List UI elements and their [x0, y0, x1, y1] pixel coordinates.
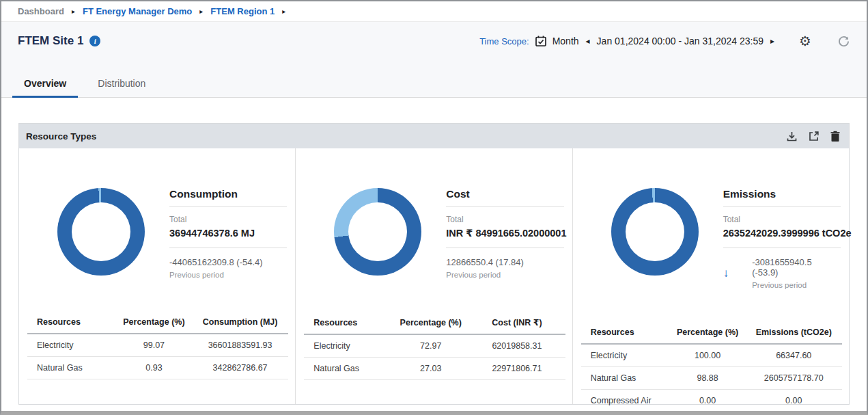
cell-percentage: 99.07 — [116, 334, 192, 357]
tab-overview[interactable]: Overview — [12, 70, 78, 98]
column-header: Consumption (MJ) — [192, 312, 288, 334]
column-header: Cost (INR ₹) — [468, 312, 565, 334]
previous-period-button[interactable]: ◂ — [585, 36, 591, 46]
previous-period-label: Previous period — [169, 271, 287, 279]
cell-value: 0.00 — [746, 390, 842, 412]
chevron-right-icon: ▸ — [72, 8, 75, 15]
cell-resource: Electricity — [27, 334, 116, 357]
cell-value: 2605757178.70 — [746, 367, 842, 390]
cell-resource: Natural Gas — [27, 357, 116, 379]
cell-value: 66347.60 — [746, 344, 842, 367]
table-row: Electricity 99.07 36601883591.93 — [27, 334, 288, 357]
total-value: 36944746378.6 MJ — [169, 228, 287, 248]
total-label: Total — [723, 215, 841, 224]
chevron-right-icon: ▸ — [282, 8, 285, 15]
cell-value: 62019858.31 — [468, 334, 565, 358]
table-row: Natural Gas 27.03 22971806.71 — [304, 358, 565, 380]
delta-value: -44065162309.8 (-54.4) — [169, 257, 287, 267]
column-header: Resources — [581, 322, 670, 344]
time-scope-value[interactable]: Month — [552, 36, 579, 46]
tab-bar: Overview Distribution — [12, 70, 850, 97]
cell-percentage: 27.03 — [393, 358, 468, 380]
total-value: INR ₹ 84991665.02000001 — [446, 228, 563, 248]
cell-value: 342862786.67 — [192, 357, 288, 379]
card-title: Resource Types — [26, 131, 96, 142]
calendar-icon[interactable] — [535, 35, 547, 47]
delta-value: -3081655940.5 (-53.9) — [752, 257, 838, 278]
cell-percentage: 100.00 — [670, 344, 746, 367]
table-row: Natural Gas 0.93 342862786.67 — [27, 357, 288, 379]
time-scope-label: Time Scope: — [479, 36, 529, 46]
table-row: Natural Gas 98.88 2605757178.70 — [581, 367, 842, 390]
settings-gear-icon[interactable]: ⚙ — [799, 34, 811, 48]
column-header: Resources — [304, 312, 393, 334]
consumption-table: Resources Percentage (%) Consumption (MJ… — [27, 312, 288, 379]
table-row: Compressed Air 0.00 0.00 — [581, 390, 842, 412]
cell-value: 22971806.71 — [468, 358, 565, 380]
total-value: 2635242029.3999996 tCO2e — [723, 228, 841, 248]
cell-resource: Natural Gas — [304, 358, 393, 380]
chevron-right-icon: ▸ — [199, 8, 203, 15]
total-label: Total — [169, 215, 287, 224]
breadcrumb: Dashboard ▸ FT Energy Manager Demo ▸ FTE… — [1, 1, 867, 22]
open-in-new-icon[interactable] — [808, 131, 820, 142]
cell-resource: Natural Gas — [581, 367, 670, 390]
main-content: Resource Types — [1, 98, 867, 411]
panel-title: Cost — [446, 188, 563, 207]
cell-resource: Compressed Air — [581, 390, 670, 412]
cost-panel: Cost Total INR ₹ 84991665.02000001 12866… — [295, 148, 572, 404]
page-title: FTEM Site 1 — [18, 34, 83, 48]
previous-period-label: Previous period — [752, 281, 838, 289]
app-window: Dashboard ▸ FT Energy Manager Demo ▸ FTE… — [0, 0, 868, 415]
refresh-icon[interactable] — [837, 35, 850, 48]
emissions-donut-chart[interactable] — [611, 188, 699, 276]
cell-resource: Electricity — [304, 334, 393, 358]
breadcrumb-item-region[interactable]: FTEM Region 1 — [210, 6, 275, 16]
table-row: Electricity 100.00 66347.60 — [581, 344, 842, 367]
cell-resource: Electricity — [581, 344, 670, 367]
emissions-table: Resources Percentage (%) Emissions (tCO2… — [581, 322, 842, 412]
delete-trash-icon[interactable] — [830, 131, 841, 142]
date-range: Jan 01,2024 00:00 - Jan 31,2024 23:59 — [597, 36, 764, 46]
previous-period-label: Previous period — [446, 271, 563, 279]
trend-down-arrow-icon: ↓ — [723, 267, 729, 280]
consumption-donut-chart[interactable] — [57, 188, 145, 276]
info-icon[interactable]: i — [89, 36, 100, 46]
next-period-button[interactable]: ▸ — [769, 36, 776, 46]
column-header: Emissions (tCO2e) — [746, 322, 842, 344]
delta-value: 12866550.4 (17.84) — [446, 257, 563, 267]
tab-distribution[interactable]: Distribution — [86, 70, 157, 98]
cell-percentage: 98.88 — [670, 367, 746, 390]
cell-value: 36601883591.93 — [192, 334, 288, 357]
cost-donut-chart[interactable] — [334, 188, 421, 276]
panel-title: Emissions — [723, 188, 841, 207]
column-header: Resources — [27, 312, 116, 334]
resource-types-card: Resource Types — [18, 123, 850, 405]
consumption-panel: Consumption Total 36944746378.6 MJ -4406… — [19, 148, 295, 404]
breadcrumb-item-demo[interactable]: FT Energy Manager Demo — [83, 6, 192, 16]
page-header: FTEM Site 1 i Time Scope: Month ◂ Jan 01… — [1, 22, 867, 98]
panel-title: Consumption — [169, 188, 287, 207]
cost-table: Resources Percentage (%) Cost (INR ₹) El… — [304, 312, 565, 380]
total-label: Total — [446, 215, 563, 224]
breadcrumb-item-dashboard[interactable]: Dashboard — [18, 6, 64, 16]
column-header: Percentage (%) — [670, 322, 746, 344]
column-header: Percentage (%) — [393, 312, 468, 334]
time-scope-bar: Time Scope: Month ◂ Jan 01,2024 00:00 - … — [479, 34, 850, 48]
download-icon[interactable] — [786, 131, 798, 142]
cell-percentage: 0.00 — [670, 390, 746, 412]
cell-percentage: 0.93 — [116, 357, 192, 379]
column-header: Percentage (%) — [116, 312, 192, 334]
emissions-panel: Emissions Total 2635242029.3999996 tCO2e… — [572, 148, 849, 404]
table-row: Electricity 72.97 62019858.31 — [304, 334, 565, 358]
cell-percentage: 72.97 — [393, 334, 468, 358]
